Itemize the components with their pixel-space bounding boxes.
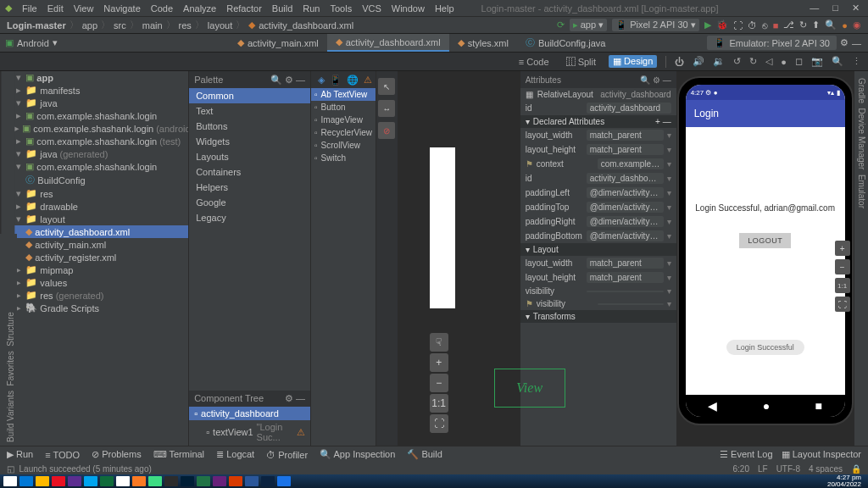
menu-window[interactable]: Window: [392, 3, 425, 14]
tb-app4[interactable]: [100, 476, 114, 486]
menu-build[interactable]: Build: [272, 3, 292, 14]
emu-recent-icon[interactable]: ◻: [795, 56, 803, 67]
tree-node[interactable]: ▾📁 java (generated): [14, 147, 188, 160]
tb-app3[interactable]: [84, 476, 97, 486]
attr-row[interactable]: layout_heightmatch_parent▾: [520, 142, 676, 157]
menu-navigate[interactable]: Navigate: [103, 3, 140, 14]
emu-side-minus[interactable]: −: [835, 259, 850, 274]
project-tree[interactable]: ▾▣ app ▸📁 manifests▾📁 java▸▣ com.example…: [14, 71, 189, 458]
palette-search-icon[interactable]: 🔍: [270, 75, 282, 85]
palette-cat[interactable]: Text: [189, 103, 310, 119]
attr-row[interactable]: ⚑contextcom.example.shashank.lc▾: [520, 157, 676, 171]
minimize-button[interactable]: —: [806, 3, 822, 14]
btm-todo[interactable]: ≡ TODO: [45, 450, 80, 460]
tb-excel[interactable]: [197, 476, 210, 486]
tb-photoshop[interactable]: [181, 476, 194, 486]
palette-cat[interactable]: Layouts: [189, 149, 310, 164]
nav-back-icon[interactable]: ◀: [708, 399, 717, 413]
tb-edge[interactable]: [19, 476, 33, 486]
breadcrumb-src[interactable]: src: [114, 20, 126, 30]
menu-view[interactable]: View: [74, 3, 94, 14]
menu-vcs[interactable]: VCS: [362, 3, 381, 14]
warning-icon[interactable]: ⚠: [364, 75, 372, 86]
zoom-fit-button[interactable]: 1:1: [430, 394, 448, 413]
btm-profiler[interactable]: ⏱ Profiler: [266, 450, 308, 460]
avatar-icon[interactable]: ●: [842, 20, 848, 30]
tree-node[interactable]: ▸🐘 Gradle Scripts: [14, 302, 188, 314]
tree-node[interactable]: ▾📁 layout: [14, 213, 188, 225]
debug-button[interactable]: 🐞: [716, 19, 728, 30]
commit-icon[interactable]: ⬆: [812, 19, 820, 30]
design-canvas[interactable]: View ☟ + − 1:1 ⛶: [398, 71, 520, 458]
palette-cat[interactable]: Google: [189, 195, 310, 210]
device-select[interactable]: 📱 Pixel 2 API 30 ▾: [612, 19, 699, 31]
emu-side-expand[interactable]: ⛶: [835, 297, 850, 312]
tb-app5[interactable]: [164, 476, 178, 486]
attr-row[interactable]: idactivity_dashboard▾: [520, 171, 676, 186]
menu-refactor[interactable]: Refactor: [226, 3, 262, 14]
tb-explorer[interactable]: [36, 476, 49, 486]
nav-home-icon[interactable]: ●: [763, 399, 770, 413]
vcs-icon[interactable]: ⎇: [783, 19, 794, 30]
tb-word[interactable]: [245, 476, 259, 486]
tree-node[interactable]: ⓒ BuildConfig: [14, 173, 188, 187]
btm-logcat[interactable]: ≣ Logcat: [216, 449, 254, 460]
ctree-node[interactable]: ▫ activity_dashboard: [189, 407, 310, 420]
blueprint-icon[interactable]: ◈: [318, 75, 325, 86]
palette-item[interactable]: ▫RecyclerView: [311, 126, 376, 139]
attr-section-declared[interactable]: Declared Attributes: [533, 117, 605, 126]
tree-node[interactable]: ▸📁 res (generated): [14, 289, 188, 302]
tree-node[interactable]: ▸▣ com.example.shashank.login (androidTe…: [14, 122, 188, 135]
attr-section-transforms[interactable]: Transforms: [533, 312, 576, 321]
tree-node[interactable]: ◆ activity_main.xml: [14, 238, 188, 251]
attr-section-layout[interactable]: Layout: [533, 245, 559, 254]
emu-home-icon[interactable]: ●: [781, 57, 787, 67]
emu-side-fit[interactable]: 1:1: [835, 278, 850, 293]
tb-chrome[interactable]: [116, 476, 130, 486]
run-button[interactable]: ▶: [704, 19, 711, 30]
emu-zoom-icon[interactable]: 🔍: [832, 56, 843, 67]
tb-terminal[interactable]: [261, 476, 275, 486]
tb-xampp[interactable]: [132, 476, 146, 486]
btm-problems[interactable]: ⊘ Problems: [92, 449, 142, 460]
maximize-button[interactable]: □: [829, 3, 842, 14]
breadcrumb-layout[interactable]: layout: [208, 20, 232, 30]
menu-run[interactable]: Run: [303, 3, 320, 14]
tree-node[interactable]: ▾📁 res: [14, 187, 188, 200]
attr-row[interactable]: layout_heightmatch_parent▾: [520, 270, 676, 285]
status-lock-icon[interactable]: 🔒: [851, 464, 861, 474]
pan-tool-icon[interactable]: ↔: [378, 100, 395, 117]
btm-eventlog[interactable]: ☰ Event Log: [720, 449, 773, 460]
nav-recent-icon[interactable]: ■: [815, 399, 821, 413]
viewmode-code[interactable]: ≡ Code: [515, 56, 554, 68]
zoom-in-button[interactable]: +: [430, 353, 448, 372]
blueprint-preview[interactable]: [430, 147, 455, 308]
breadcrumb-main[interactable]: main: [142, 20, 163, 30]
menu-file[interactable]: File: [22, 3, 37, 14]
attr-id-value[interactable]: activity_dashboard: [587, 103, 671, 114]
phone-screen[interactable]: 4:27 ⚙ ●▾▴ ▮ Login Login Successful, adr…: [686, 85, 845, 417]
start-button[interactable]: [3, 476, 17, 486]
status-indent[interactable]: 4 spaces: [809, 464, 843, 474]
menu-edit[interactable]: Edit: [47, 3, 64, 14]
palette-item[interactable]: ▫Switch: [311, 152, 376, 164]
palette-gear-icon[interactable]: ⚙: [285, 75, 293, 85]
emu-rotright-icon[interactable]: ↻: [749, 56, 757, 67]
tree-node[interactable]: ◆ activity_register.xml: [14, 251, 188, 263]
btm-build[interactable]: 🔨 Build: [407, 449, 442, 460]
emu-side-plus[interactable]: +: [835, 241, 850, 256]
attr-row[interactable]: paddingLeft@dimen/activity_horizon▾: [520, 186, 676, 200]
breadcrumb-app[interactable]: app: [82, 20, 97, 30]
settings-icon[interactable]: ◉: [853, 19, 861, 30]
emu-volup-icon[interactable]: 🔊: [693, 56, 704, 67]
ctree-node[interactable]: ▫ textView1 "Login Suc...⚠: [189, 420, 310, 444]
attr-row[interactable]: layout_widthmatch_parent▾: [520, 256, 676, 270]
expand-icon[interactable]: ⛶: [430, 414, 448, 433]
emulator-tab[interactable]: 📱 Emulator: Pixel 2 API 30: [707, 36, 837, 50]
tb-app6[interactable]: [277, 476, 291, 486]
tree-node[interactable]: ▸📁 values: [14, 276, 188, 289]
attr-row[interactable]: visibility▾: [520, 285, 676, 297]
close-button[interactable]: ✕: [849, 3, 863, 14]
btm-layoutinsp[interactable]: ▦ Layout Inspector: [782, 449, 861, 460]
attr-row[interactable]: paddingRight@dimen/activity_horizon▾: [520, 214, 676, 229]
